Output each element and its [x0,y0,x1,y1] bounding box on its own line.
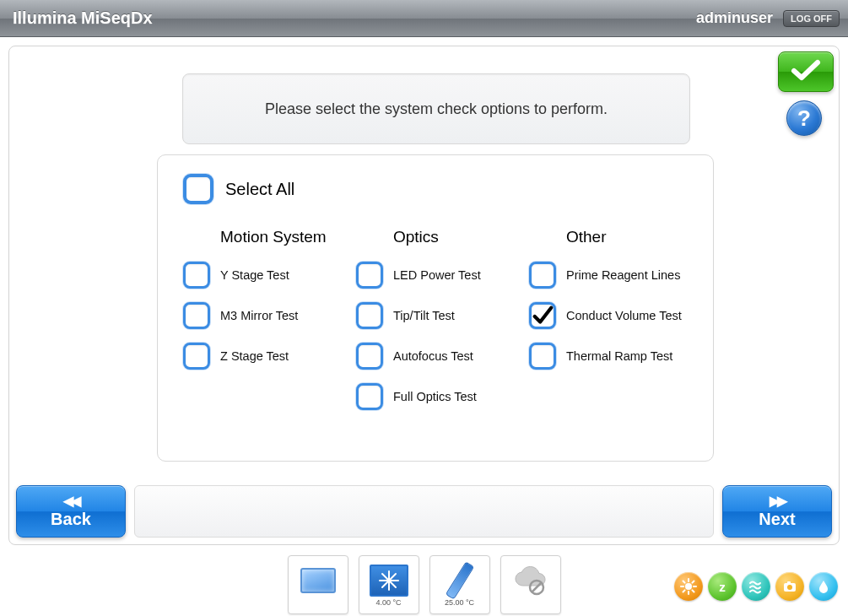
snowflake-icon [370,565,408,597]
checkbox-tip-tilt-test[interactable] [356,302,383,329]
option-m3-mirror-test: M3 Mirror Test [183,302,356,329]
checkbox-prime-reagent-lines[interactable] [529,262,556,289]
help-button[interactable]: ? [786,100,822,136]
nav-middle-panel [134,485,714,538]
option-thermal-ramp-test: Thermal Ramp Test [529,343,702,370]
footer-icons: z [674,572,838,601]
column-optics: Optics LED Power Test Tip/Tilt Test Auto… [356,228,529,424]
column-motion-system: Motion System Y Stage Test M3 Mirror Tes… [183,228,356,424]
checkbox-y-stage-test[interactable] [183,262,210,289]
status-tile-cloud[interactable] [500,555,561,614]
instruction-text: Please select the system check options t… [265,100,608,118]
option-y-stage-test: Y Stage Test [183,262,356,289]
svg-line-12 [692,590,694,592]
option-label: LED Power Test [393,268,481,282]
flowcell-icon [440,565,479,597]
status-tiles: 4.00 °C 25.00 °C [288,555,561,614]
svg-line-14 [683,590,685,592]
status-tile-flowcell[interactable]: 25.00 °C [429,555,490,614]
svg-line-13 [692,581,694,583]
option-label: Conduct Volume Test [566,309,682,322]
option-label: Thermal Ramp Test [566,349,672,363]
next-button[interactable]: ▶▶ Next [722,485,832,538]
next-button-label: Next [759,510,795,529]
svg-point-16 [787,585,792,590]
option-label: Y Stage Test [220,268,289,282]
option-label: Prime Reagent Lines [566,268,680,282]
footer-bar: 4.00 °C 25.00 °C [0,554,848,616]
chevron-right-icon: ▶▶ [770,494,785,508]
sleep-icon[interactable]: z [708,572,737,601]
app-title: Illumina MiSeqDx [13,8,153,28]
svg-line-11 [683,581,685,583]
status-tile-screen[interactable] [288,555,348,614]
checkbox-thermal-ramp-test[interactable] [529,343,556,370]
column-header: Motion System [220,228,356,246]
option-full-optics-test: Full Optics Test [356,383,529,410]
main-stage: Please select the system check options t… [8,46,840,545]
option-prime-reagent-lines: Prime Reagent Lines [529,262,702,289]
waves-icon[interactable] [742,572,770,601]
checkbox-full-optics-test[interactable] [356,383,383,410]
help-icon: ? [797,105,811,132]
column-other: Other Prime Reagent Lines Conduct Volume… [529,228,702,424]
options-panel: Select All Motion System Y Stage Test M3… [157,154,714,462]
option-label: M3 Mirror Test [220,309,298,322]
instruction-banner: Please select the system check options t… [182,73,690,144]
option-z-stage-test: Z Stage Test [183,343,356,370]
drop-icon[interactable] [809,572,838,601]
checkmark-icon [789,57,823,86]
svg-rect-17 [787,581,791,584]
option-label: Z Stage Test [220,349,289,363]
checkmark-icon [532,305,554,327]
confirm-button[interactable] [778,51,834,92]
select-all-row: Select All [183,174,688,204]
status-tile-chiller[interactable]: 4.00 °C [359,555,419,614]
option-label: Tip/Tilt Test [393,309,455,322]
monitor-icon [299,565,338,597]
options-columns: Motion System Y Stage Test M3 Mirror Tes… [183,228,688,424]
nav-row: ◀◀ Back ▶▶ Next [16,485,832,538]
select-all-label: Select All [225,180,294,199]
column-header: Optics [393,228,529,246]
sun-icon[interactable] [674,572,703,601]
option-label: Full Optics Test [393,390,477,403]
camera-icon[interactable] [775,572,804,601]
option-label: Autofocus Test [393,349,473,363]
svg-point-6 [685,583,692,590]
column-header: Other [566,228,702,246]
status-caption: 25.00 °C [445,598,474,608]
option-conduct-volume-test: Conduct Volume Test [529,302,702,329]
back-button[interactable]: ◀◀ Back [16,485,126,538]
select-all-checkbox[interactable] [183,174,213,204]
option-tip-tilt-test: Tip/Tilt Test [356,302,529,329]
status-caption: 4.00 °C [375,598,401,608]
username-label: adminuser [696,9,773,27]
checkbox-z-stage-test[interactable] [183,343,210,370]
checkbox-conduct-volume-test[interactable] [529,302,556,329]
checkbox-led-power-test[interactable] [356,262,383,289]
checkbox-m3-mirror-test[interactable] [183,302,210,329]
chevron-left-icon: ◀◀ [63,494,78,508]
logoff-button[interactable]: LOG OFF [783,10,840,27]
option-autofocus-test: Autofocus Test [356,343,529,370]
checkbox-autofocus-test[interactable] [356,343,383,370]
top-bar: Illumina MiSeqDx adminuser LOG OFF [0,0,848,37]
cloud-disabled-icon [511,565,550,597]
back-button-label: Back [51,510,91,529]
option-led-power-test: LED Power Test [356,262,529,289]
